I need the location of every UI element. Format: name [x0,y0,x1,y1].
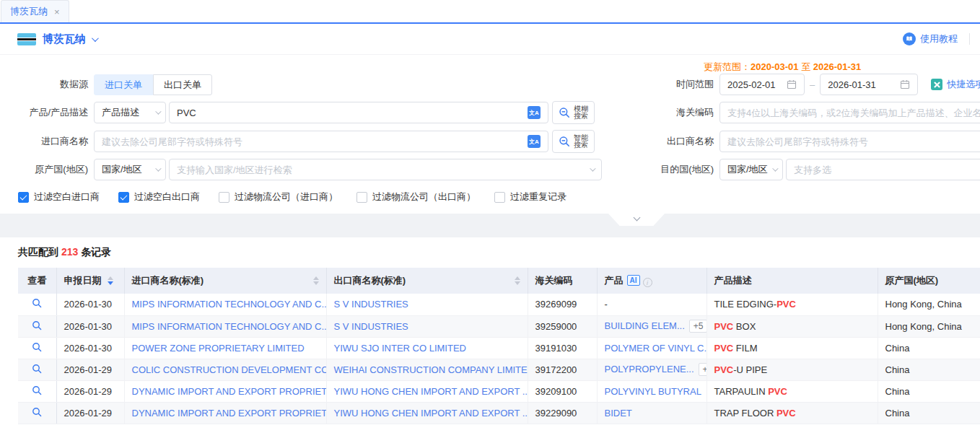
date-from-input[interactable] [719,74,805,95]
view-cell [18,380,56,402]
exporter-link[interactable]: WEIHAI CONSTRUCTION COMPANY LIMITED [334,364,528,375]
tab-export-declarations[interactable]: 出口关单 [153,74,212,95]
smart-search-button[interactable]: 智能搜索 [552,130,595,153]
product-type-select[interactable]: 产品描述 [94,102,166,123]
chevron-down-icon [590,165,595,171]
importer-value[interactable] [102,136,528,147]
column-description: 产品描述 [706,268,878,294]
quick-options-icon [931,79,942,90]
origin-country-input[interactable] [169,159,602,180]
product-more-badge[interactable]: +2 [699,363,706,376]
exporter-link[interactable]: S V INDUSTRIES [334,299,408,310]
importer-link[interactable]: DYNAMIC IMPORT AND EXPORT PROPRIET... [132,408,327,419]
view-magnifier-icon[interactable] [32,342,42,352]
importer-link[interactable]: MIPS INFORMATION TECHNOLOGY AND C... [132,321,327,332]
info-icon[interactable]: i [643,278,652,287]
table-row: 2026-01-29 DYNAMIC IMPORT AND EXPORT PRO… [18,380,980,402]
checkbox-filter-logistics-importer[interactable]: 过滤物流公司（进口商） [219,190,338,203]
destination-type-select[interactable]: 国家/地区 [719,159,783,180]
destination-country-value[interactable] [794,165,980,175]
quick-options-button[interactable]: 快捷选项 [931,78,980,91]
exporter-value[interactable] [727,136,980,147]
filter-panel: 更新范围：2020-03-01 至 2026-01-31 数据源 进口关单 出口… [0,55,980,214]
column-exporter[interactable]: 出口商名称(标准) [326,268,528,294]
importer-link[interactable]: MIPS INFORMATION TECHNOLOGY AND C... [132,299,327,310]
date-from-value[interactable] [727,79,782,90]
column-date[interactable]: 申报日期 [56,268,124,294]
translate-icon[interactable]: 文A [528,106,541,119]
product-link[interactable]: BUILDING ELEM... [605,320,685,331]
destination-country-label: 目的国(地区) [610,163,719,176]
cell-date: 2026-01-29 [56,380,124,402]
checkbox-filter-duplicates[interactable]: 过滤重复记录 [494,190,566,203]
product-link[interactable]: POLYVINYL BUTYRAL [605,386,701,397]
origin-country-value[interactable] [177,165,585,175]
product-search-input[interactable]: 文A [169,102,548,123]
product-value: - [605,299,608,310]
update-range: 更新范围：2020-03-01 至 2026-01-31 [704,61,980,74]
exporter-link[interactable]: YIWU SJO INTER CO LIMITED [334,343,466,354]
product-link[interactable]: BIDET [605,408,632,419]
exporter-input[interactable] [719,131,980,152]
cell-origin: China [878,337,980,359]
date-to-input[interactable] [820,74,918,95]
checkbox-filter-logistics-exporter[interactable]: 过滤物流公司（出口商） [356,190,476,203]
exporter-link[interactable]: YIWU HONG CHEN IMPORT AND EXPORT ... [334,386,528,397]
hs-code-input[interactable] [719,102,980,123]
keyword-highlight: PVC [714,343,734,354]
view-magnifier-icon[interactable] [32,364,42,374]
product-more-badge[interactable]: +5 [689,320,706,333]
translate-icon[interactable]: 文A [528,135,541,148]
checkbox-icon [494,192,505,203]
cell-date: 2026-01-30 [56,315,124,337]
tab-import-declarations[interactable]: 进口关单 [94,74,153,95]
fuzzy-search-button[interactable]: 模糊搜索 [552,101,595,124]
ai-badge: AI [627,275,640,286]
importer-input[interactable]: 文A [94,131,548,152]
view-magnifier-icon[interactable] [32,298,42,308]
cell-date: 2026-01-29 [56,359,124,380]
origin-country-label: 原产国(地区) [0,163,94,176]
chevron-down-icon [155,165,161,171]
cell-date: 2026-01-30 [56,337,124,359]
cell-description: TRAP FLOOR PVC [706,402,878,424]
cell-origin: Hong Kong, China [878,294,980,315]
results-summary: 共匹配到213条记录 [18,246,980,259]
view-magnifier-icon[interactable] [32,407,42,417]
table-row: 2026-01-29 DYNAMIC IMPORT AND EXPORT PRO… [18,402,980,424]
chevron-down-icon[interactable] [92,35,99,42]
exporter-link[interactable]: YIWU HONG CHEN IMPORT AND EXPORT ... [334,408,528,419]
column-importer[interactable]: 进口商名称(标准) [124,268,326,294]
importer-link[interactable]: COLIC CONSTRUCTION DEVELOPMENT CO ... [132,364,327,375]
checkbox-filter-blank-importer[interactable]: 过滤空白进口商 [18,190,100,203]
tab-close-icon[interactable]: × [54,6,60,17]
cell-hs-code: 39209100 [528,380,597,402]
keyword-highlight: PVC [714,321,734,332]
view-magnifier-icon[interactable] [32,320,42,330]
hs-code-value[interactable] [727,108,980,118]
collapse-filters-handle[interactable] [608,214,665,226]
checkbox-filter-blank-exporter[interactable]: 过滤空白出口商 [118,190,200,203]
header-divider [969,33,970,45]
zoom-search-icon [559,136,570,147]
product-link[interactable]: POLYPROPYLENE... [605,364,694,374]
view-magnifier-icon[interactable] [32,385,42,395]
date-to-value[interactable] [828,79,896,90]
data-source-label: 数据源 [0,78,94,91]
page: 博茨瓦纳 × 博茨瓦纳 使用教程 更新范围：2020-03-01 至 2026-… [0,0,980,425]
sort-icon [313,276,319,285]
product-search-value[interactable] [177,108,528,118]
tutorial-button[interactable]: 使用教程 [903,32,958,45]
destination-country-input[interactable] [786,159,980,180]
importer-link[interactable]: DYNAMIC IMPORT AND EXPORT PROPRIET... [132,386,327,397]
importer-link[interactable]: POWER ZONE PROPRIETARY LIMITED [132,343,305,354]
cell-description: TILE EDGING-PVC [706,294,878,315]
checkbox-icon [118,192,129,203]
table-header-row: 查看 申报日期 进口商名称(标准) 出口商名称(标准) 海关编码 产品AIi 产… [18,268,980,294]
exporter-link[interactable]: S V INDUSTRIES [334,321,408,332]
tab-botswana[interactable]: 博茨瓦纳 × [1,0,69,22]
origin-type-select[interactable]: 国家/地区 [94,159,166,180]
view-cell [18,315,56,337]
product-link[interactable]: POLYMER OF VINYL C... [605,343,707,354]
checkbox-icon [356,192,367,203]
